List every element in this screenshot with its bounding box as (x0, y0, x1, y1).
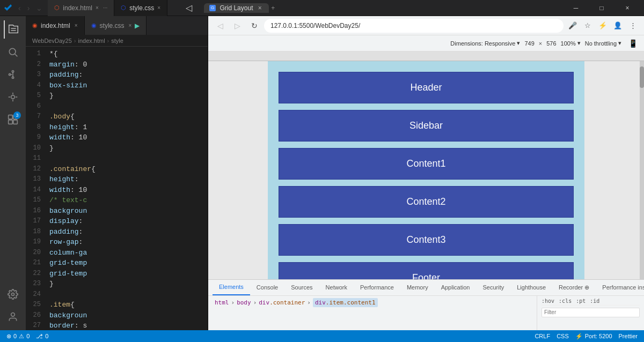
git-branch-icon: ⎇ (36, 333, 43, 340)
pseudo-id[interactable]: :id (590, 298, 599, 304)
forward-btn[interactable]: › (25, 3, 32, 13)
browser-forward-icon[interactable]: ▷ (230, 18, 245, 33)
devtools-tab-console[interactable]: Console (250, 280, 284, 295)
explorer-icon[interactable] (4, 20, 22, 39)
back-btn[interactable]: ‹ (16, 3, 23, 13)
devtools-tab-perf-insights[interactable]: Performance insights ⊕ (596, 280, 644, 295)
history-btn[interactable]: ⌄ (34, 3, 45, 13)
status-branch[interactable]: ⎇ 0 (36, 333, 48, 340)
profile-icon[interactable]: 👤 (611, 19, 625, 33)
vscode-tab-html[interactable]: ⬡ index.html × ··· (48, 0, 114, 16)
git-icon[interactable] (4, 65, 22, 84)
minimize-btn[interactable]: ─ (564, 0, 588, 16)
devtools-tab-elements[interactable]: Elements (213, 280, 250, 295)
menu-icon[interactable]: ⋮ (626, 19, 640, 33)
html-tab-name: index.html (41, 22, 70, 29)
code-line: } (49, 143, 208, 154)
status-errors[interactable]: ⊗ 0 ⚠ 0 (6, 333, 30, 340)
css-tab-close[interactable]: × (157, 5, 160, 11)
star-icon[interactable]: ☆ (581, 19, 595, 33)
browser-reload-icon[interactable]: ↻ (247, 18, 262, 33)
viewport-height: 576 (546, 40, 556, 47)
bc-body[interactable]: body (237, 299, 251, 306)
devtools-tab-lighthouse[interactable]: Lighthouse (510, 280, 552, 295)
settings-icon[interactable] (4, 285, 22, 303)
pseudo-cls[interactable]: :cls (559, 298, 572, 304)
close-btn[interactable]: × (615, 0, 640, 16)
styles-filter-input[interactable] (541, 308, 640, 317)
browser-back-icon[interactable]: ◁ (213, 18, 228, 33)
address-input[interactable] (264, 19, 564, 33)
html-tab-more[interactable]: ··· (103, 5, 107, 11)
devtools-tab-network[interactable]: Network (319, 280, 354, 295)
throttle-dropdown[interactable]: No throttling ▾ (585, 40, 621, 47)
debug-icon[interactable] (4, 88, 22, 106)
dimensions-dropdown[interactable]: Dimensions: Responsive ▾ (450, 40, 520, 47)
svg-point-7 (11, 95, 15, 99)
breadcrumb-project[interactable]: WebDevDay25 (32, 38, 72, 44)
error-count: 0 (13, 333, 17, 339)
devtools-breadcrumb: html › body › div.container › div.item.c… (215, 298, 530, 307)
dimensions-label: Dimensions: Responsive (450, 40, 515, 47)
new-tab-btn[interactable]: + (271, 4, 275, 12)
scrollbar-thumb[interactable] (640, 66, 644, 88)
code-line (49, 101, 208, 112)
pseudo-hov[interactable]: :hov (541, 298, 554, 304)
devtools-tab-application[interactable]: Application (435, 280, 477, 295)
devtools-tab-sources[interactable]: Sources (284, 280, 319, 295)
grid-item-content3: Content3 (279, 224, 574, 256)
port-icon: ⚡ (575, 333, 583, 340)
code-line: box-sizin (49, 80, 208, 91)
code-line: width: 10 (49, 185, 208, 196)
editor-tab-html[interactable]: ◉ index.html × (26, 16, 85, 35)
grid-item-content2: Content2 (279, 186, 574, 218)
browser-back-btn[interactable]: ◁ (181, 1, 196, 16)
devtools-html-panel: html › body › div.container › div.item.c… (208, 296, 537, 330)
bc-html[interactable]: html (215, 299, 229, 306)
css-editor-close[interactable]: × (129, 23, 132, 28)
account-icon[interactable] (4, 308, 22, 326)
vscode-tab-css[interactable]: ⬡ style.css × (114, 0, 167, 16)
code-content[interactable]: *{ margin: 0 padding: box-sizin } .body{… (45, 47, 208, 330)
zoom-dropdown[interactable]: 100% ▾ (561, 40, 581, 47)
breadcrumb-css-file[interactable]: style (111, 38, 123, 44)
status-encoding[interactable]: CRLF (535, 333, 550, 340)
zoom-label: 100% (561, 40, 576, 47)
editor-tabs: ◉ index.html × ◉ style.css × ▶ (26, 16, 208, 35)
pseudo-pt[interactable]: :pt (576, 298, 586, 304)
prettier-label: Prettier (619, 333, 638, 339)
extension-icon[interactable]: ⚡ (596, 19, 610, 33)
css-tab-name: style.css (100, 22, 125, 29)
html-tab-label: index.html (63, 4, 92, 12)
dimensions-chevron: ▾ (517, 40, 520, 47)
devtools-tab-memory[interactable]: Memory (400, 280, 435, 295)
breadcrumb-html[interactable]: index.html (78, 38, 105, 44)
editor-tab-css[interactable]: ◉ style.css × ▶ (85, 16, 147, 35)
grid-item-sidebar: Sidebar (279, 110, 574, 142)
status-prettier[interactable]: Prettier (619, 333, 638, 340)
extensions-icon[interactable]: 3 (4, 110, 22, 129)
scrollbar[interactable] (640, 61, 644, 279)
html-editor-close[interactable]: × (75, 23, 78, 28)
bc-div-item-content1[interactable]: div.item.content1 (313, 298, 378, 307)
code-line: grid-temp (49, 258, 208, 269)
code-line: height: (49, 174, 208, 185)
device-mode-icon[interactable]: 📱 (626, 36, 640, 50)
html-icon: ◉ (32, 22, 38, 29)
run-btn[interactable]: ▶ (135, 22, 140, 29)
devtools-tab-performance[interactable]: Performance (354, 280, 400, 295)
devtools-tab-security[interactable]: Security (476, 280, 510, 295)
browser-tabs-group: ◁ (181, 1, 196, 16)
browser-viewport[interactable]: Header Sidebar Content1 Content2 Content… (208, 61, 644, 279)
devtools-tab-recorder[interactable]: Recorder ⊕ (552, 280, 596, 295)
status-port[interactable]: ⚡ Port: 5200 (575, 333, 612, 340)
browser-ruler (208, 51, 644, 61)
browser-tab-close[interactable]: × (258, 4, 262, 12)
activity-bottom (4, 285, 22, 326)
voice-search-icon[interactable]: 🎤 (566, 19, 580, 33)
status-filetype[interactable]: CSS (557, 333, 569, 340)
bc-div-container[interactable]: div.container (259, 299, 305, 306)
search-icon[interactable] (4, 43, 22, 61)
maximize-btn[interactable]: □ (589, 0, 614, 16)
html-tab-close[interactable]: × (96, 5, 99, 11)
